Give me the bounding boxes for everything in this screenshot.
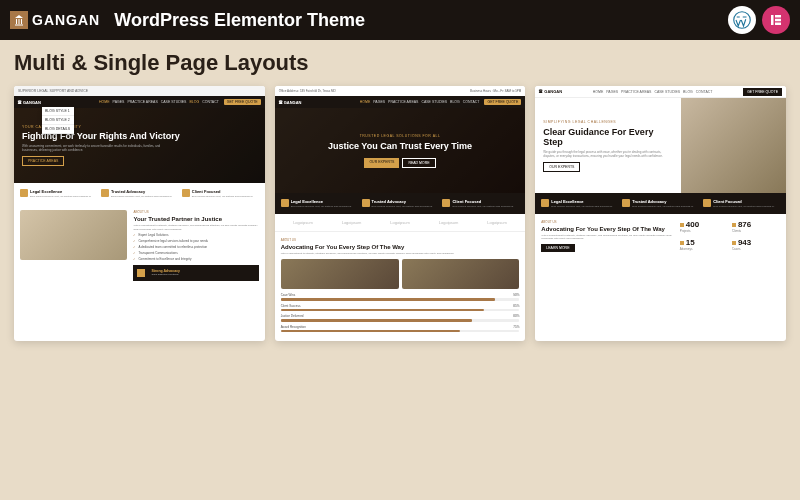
learnmore-button[interactable]: LEARN MORE: [541, 244, 574, 252]
shield-icon: [101, 189, 109, 197]
dropdown-item[interactable]: BLOG DETAILS: [42, 125, 74, 134]
section-desc: With a commitment to integrity, strategi…: [133, 224, 258, 231]
hero-tagline: TRUSTED LEGAL SOLUTIONS FOR ALL: [360, 134, 441, 138]
nav-contact[interactable]: CONTACT: [696, 90, 713, 94]
nav-cases[interactable]: CASE STUDIES: [161, 100, 187, 104]
nav-items: HOME PAGES PRACTICE AREAS CASE STUDIES B…: [360, 100, 480, 104]
site-logo[interactable]: 🏛 GANGAN: [18, 100, 41, 105]
nav-practice[interactable]: PRACTICE AREAS: [388, 100, 418, 104]
nav-cases[interactable]: CASE STUDIES: [421, 100, 447, 104]
feature-item: Trusted AdvocacyDuis fringilla faucibus …: [101, 189, 178, 198]
hero-section: BLOG STYLE 1 BLOG STYLE 2 BLOG DETAILS Y…: [14, 108, 265, 183]
svg-rect-3: [775, 19, 781, 22]
quote-button[interactable]: GET FREE QUOTE: [743, 88, 782, 96]
feature-item: Client FocusedDuis fringilla faucibus ve…: [442, 199, 519, 208]
svg-rect-4: [775, 23, 781, 26]
platform-badges: [728, 6, 790, 34]
user-icon: [442, 199, 450, 207]
section-tag: ABOUT US: [133, 210, 258, 214]
preview-cards: SUPERIOR LEGAL SUPPORT AND ADVICE 🏛 GANG…: [0, 86, 800, 341]
features-row: Legal ExcellenceDuis fringilla faucibus …: [275, 193, 526, 214]
svg-rect-2: [775, 15, 781, 18]
nav-home[interactable]: HOME: [99, 100, 110, 104]
hero-cta-button[interactable]: OUR EXPERTS: [543, 162, 580, 172]
hero-cta-button[interactable]: PRACTICE AREAS: [22, 156, 64, 166]
layout-preview-3[interactable]: 🏛 GANGAN HOME PAGES PRACTICE AREAS CASE …: [535, 86, 786, 341]
pillar-icon: [10, 11, 28, 29]
logo-item: Logoipsum: [439, 220, 459, 225]
nav-blog[interactable]: BLOG: [450, 100, 460, 104]
nav-pages[interactable]: PAGES: [606, 90, 618, 94]
section-title: Advocating For You Every Step Of The Way: [281, 244, 520, 250]
hero-section: SIMPLIFYING LEGAL CHALLENGES Clear Guida…: [535, 98, 786, 193]
main-nav: 🏛 GANGAN HOME PAGES PRACTICE AREAS CASE …: [275, 96, 526, 108]
feature-item: Legal ExcellenceDuis fringilla faucibus …: [281, 199, 358, 208]
user-icon: [703, 199, 711, 207]
readmore-button[interactable]: READ MORE: [402, 158, 435, 168]
about-section: ABOUT US Advocating For You Every Step O…: [275, 232, 526, 341]
stat-item: 15Attorneys: [680, 238, 728, 252]
check-item: Commitment to Excellence and Integrity: [133, 257, 258, 261]
about-image: [20, 210, 127, 260]
hero-title: Clear Guidance For Every Step: [543, 127, 672, 147]
dropdown-item[interactable]: BLOG STYLE 2: [42, 116, 74, 125]
svg-rect-1: [771, 15, 774, 25]
features-row: Legal ExcellenceDuis fringilla faucibus …: [14, 183, 265, 204]
promo-header: GANGAN WordPress Elementor Theme: [0, 0, 800, 40]
nav-contact[interactable]: CONTACT: [463, 100, 480, 104]
hero-tagline: SIMPLIFYING LEGAL CHALLENGES: [543, 120, 672, 124]
progress-bars: Case Wins90% Client Success85% Justice D…: [281, 293, 520, 332]
nav-cases[interactable]: CASE STUDIES: [654, 90, 680, 94]
stats-section: ABOUT US Advocating For You Every Step O…: [535, 214, 786, 258]
section-tag: ABOUT US: [281, 238, 520, 242]
shield-icon: [622, 199, 630, 207]
nav-practice[interactable]: PRACTICE AREAS: [621, 90, 651, 94]
section-desc: With a commitment to integrity, strategi…: [281, 252, 520, 255]
scale-icon: [20, 189, 28, 197]
feature-item: Trusted AdvocacyDuis fringilla faucibus …: [622, 199, 699, 208]
logo-item: Logoipsum: [342, 220, 362, 225]
nav-home[interactable]: HOME: [593, 90, 604, 94]
promo-subtitle: Multi & Single Page Layouts: [0, 40, 800, 86]
nav-blog[interactable]: BLOG: [683, 90, 693, 94]
nav-pages[interactable]: PAGES: [113, 100, 125, 104]
nav-pages[interactable]: PAGES: [373, 100, 385, 104]
about-images: [281, 259, 520, 289]
highlight-box: Strong AdvocacyClear Effective Solutions: [133, 265, 258, 281]
feature-item: Client FocusedDuis fringilla faucibus ve…: [703, 199, 780, 208]
layout-preview-2[interactable]: Office Address: 539 Fairchild Dr, Texas …: [275, 86, 526, 341]
partner-logos: Logoipsum Logoipsum Logoipsum Logoipsum …: [275, 214, 526, 232]
hero-subtitle: With unwavering commitment, we work tire…: [22, 144, 163, 152]
scale-icon: [281, 199, 289, 207]
nav-blog[interactable]: BLOG: [189, 100, 199, 104]
brand-logo: GANGAN: [10, 11, 100, 29]
experts-button[interactable]: OUR EXPERTS: [364, 158, 399, 168]
layout-preview-1[interactable]: SUPERIOR LEGAL SUPPORT AND ADVICE 🏛 GANG…: [14, 86, 265, 341]
nav-contact[interactable]: CONTACT: [202, 100, 219, 104]
features-row: Legal ExcellenceDuis fringilla faucibus …: [535, 193, 786, 214]
hero-section: TRUSTED LEGAL SOLUTIONS FOR ALL Justice …: [275, 108, 526, 193]
site-logo[interactable]: 🏛 GANGAN: [539, 89, 562, 94]
nav-items: HOME PAGES PRACTICE AREAS CASE STUDIES B…: [593, 90, 713, 94]
check-item: Transparent Communications: [133, 251, 258, 255]
site-logo[interactable]: 🏛 GANGAN: [279, 100, 302, 105]
topbar: SUPERIOR LEGAL SUPPORT AND ADVICE: [14, 86, 265, 96]
logo-item: Logoipsum: [390, 220, 410, 225]
nav-items: HOME PAGES PRACTICE AREAS CASE STUDIES B…: [99, 100, 219, 104]
dropdown-item[interactable]: BLOG STYLE 1: [42, 107, 74, 116]
quote-button[interactable]: GET FREE QUOTE: [224, 99, 261, 105]
quote-button[interactable]: GET FREE QUOTE: [484, 99, 521, 105]
check-item: A dedicated team committed to relentless…: [133, 245, 258, 249]
hero-title: Justice You Can Trust Every Time: [328, 141, 472, 151]
section-title: Advocating For You Every Step Of The Way: [541, 226, 675, 232]
stat-item: 400Projects: [680, 220, 728, 234]
hero-subtitle: We guide you through the legal process w…: [543, 150, 672, 158]
scale-icon: [541, 199, 549, 207]
stat-item: 876Clients: [732, 220, 780, 234]
elementor-icon: [762, 6, 790, 34]
nav-practice[interactable]: PRACTICE AREAS: [127, 100, 157, 104]
stat-item: 943Cases: [732, 238, 780, 252]
blog-dropdown: BLOG STYLE 1 BLOG STYLE 2 BLOG DETAILS: [42, 107, 74, 134]
nav-home[interactable]: HOME: [360, 100, 371, 104]
logo-item: Logoipsum: [487, 220, 507, 225]
